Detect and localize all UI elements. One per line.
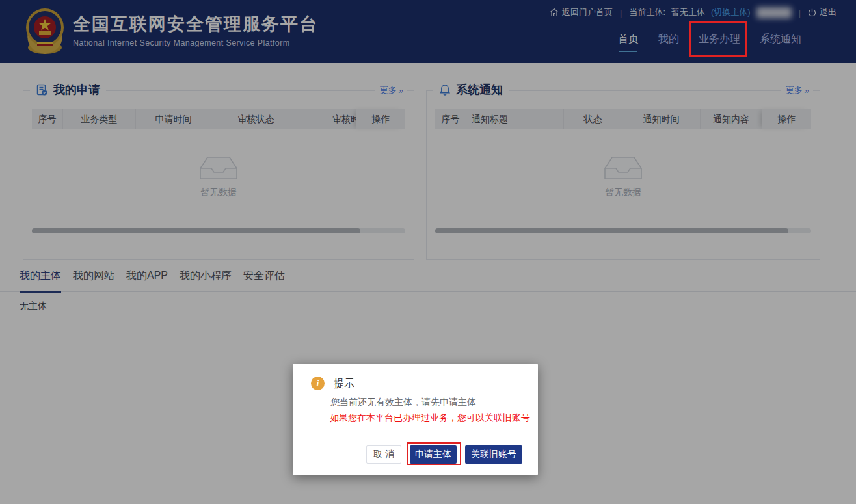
page: 全国互联网安全管理服务平台 National Internet Security…	[0, 0, 856, 504]
highlight-box-business-nav	[689, 21, 747, 57]
info-icon: i	[311, 377, 325, 390]
cancel-button[interactable]: 取 消	[366, 445, 401, 464]
dialog-message: 您当前还无有效主体，请先申请主体	[330, 397, 476, 408]
highlight-box-apply-button	[407, 442, 461, 465]
dialog-warning: 如果您在本平台已办理过业务，您可以关联旧账号	[330, 412, 530, 424]
dialog-title: 提示	[334, 377, 354, 391]
link-old-account-button[interactable]: 关联旧账号	[465, 445, 522, 464]
